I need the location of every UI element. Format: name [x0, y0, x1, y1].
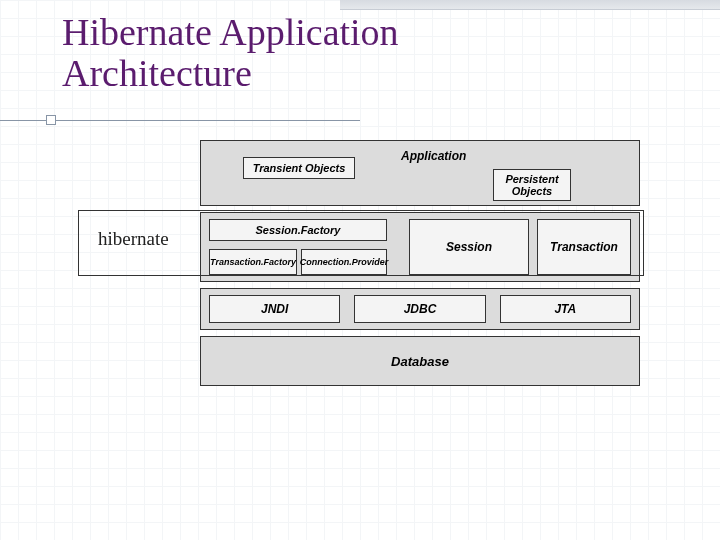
- session-factory-box: Session.Factory: [209, 219, 387, 241]
- database-layer: Database: [200, 336, 640, 386]
- hibernate-layer: Session.Factory Transaction.Factory Conn…: [200, 212, 640, 282]
- jta-box: JTA: [500, 295, 631, 323]
- api-row: JNDI JDBC JTA: [209, 295, 631, 323]
- transaction-box: Transaction: [537, 219, 631, 275]
- hibernate-text: hibernate: [98, 228, 169, 250]
- title-line-1: Hibernate Application: [62, 11, 399, 53]
- bullet-square-icon: [46, 115, 56, 125]
- application-label: Application: [401, 149, 466, 163]
- transaction-factory-box: Transaction.Factory: [209, 249, 297, 275]
- application-layer: Application Transient Objects Persistent…: [200, 140, 640, 206]
- java-api-layer: JNDI JDBC JTA: [200, 288, 640, 330]
- connection-provider-box: Connection.Provider: [301, 249, 387, 275]
- architecture-diagram: Application Transient Objects Persistent…: [200, 140, 640, 392]
- session-box: Session: [409, 219, 529, 275]
- jdbc-box: JDBC: [354, 295, 485, 323]
- database-label: Database: [391, 354, 449, 369]
- page-title: Hibernate Application Architecture: [62, 12, 399, 94]
- persistent-objects-box: Persistent Objects: [493, 169, 571, 201]
- jndi-box: JNDI: [209, 295, 340, 323]
- top-decorative-bar: [340, 0, 720, 10]
- title-line-2: Architecture: [62, 52, 252, 94]
- transient-objects-box: Transient Objects: [243, 157, 355, 179]
